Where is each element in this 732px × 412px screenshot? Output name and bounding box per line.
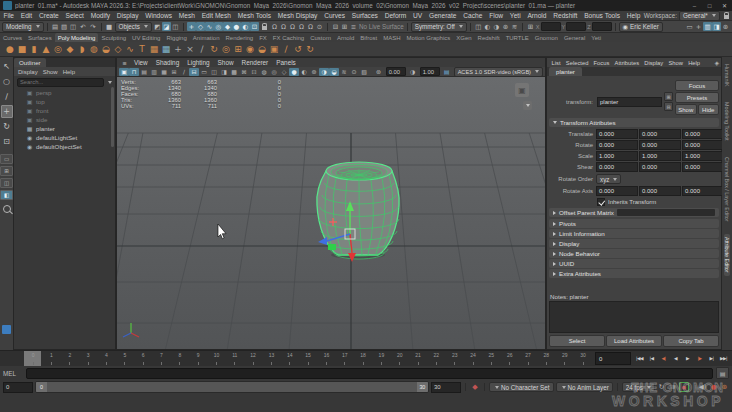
curve-tool-icon[interactable]: ∿ — [124, 44, 136, 54]
multi-cut-icon[interactable]: ↺ — [292, 44, 304, 54]
select-tool[interactable]: ↖ — [1, 60, 13, 73]
ae-menu-item[interactable]: Attributes — [612, 60, 642, 66]
frame-tick[interactable]: 17 — [336, 351, 354, 366]
menu-item[interactable]: Display — [113, 12, 141, 19]
step-back-frame-button[interactable]: |◀ — [646, 353, 657, 364]
frame-tick[interactable]: 27 — [519, 351, 537, 366]
redo-icon[interactable]: ↷ — [89, 22, 98, 31]
single-pane-layout[interactable]: ▭ — [0, 154, 13, 164]
frame-tick[interactable]: 14 — [281, 351, 299, 366]
exposure-icon[interactable]: ⊛ — [374, 68, 384, 76]
ae-node-tab[interactable]: planter — [549, 67, 582, 76]
frame-tick[interactable]: 20 — [391, 351, 409, 366]
menu-item[interactable]: Generate — [426, 12, 460, 19]
smooth-mesh-icon[interactable]: ◒ — [256, 44, 268, 54]
collapsed-section[interactable]: Limit Information — [549, 229, 719, 238]
snap-view-plane-icon[interactable]: Ω — [306, 22, 315, 31]
character-set-dropdown[interactable]: No Character Set — [489, 382, 554, 392]
isolate-select-icon[interactable]: ⊙ — [349, 68, 359, 76]
frame-tick[interactable]: 23 — [446, 351, 464, 366]
ipr-render-icon[interactable]: ◑ — [492, 22, 501, 31]
outliner-item[interactable]: ▣ front — [14, 106, 115, 115]
gamma-field[interactable]: 1.00 — [420, 67, 440, 76]
skeleton-icon[interactable]: ∕ — [196, 44, 208, 54]
shelf-tab[interactable]: Sculpting — [98, 33, 129, 42]
outliner-scrollbar[interactable] — [111, 87, 114, 147]
range-end-handle[interactable]: 30 — [417, 382, 428, 392]
menu-item[interactable]: Modify — [87, 12, 113, 19]
in-view-toggle-icon[interactable] — [523, 101, 532, 110]
ae-footer-button[interactable]: Load Attributes — [606, 335, 662, 347]
select-rendering-icon[interactable]: ◐ — [241, 22, 250, 31]
outliner-item[interactable]: ◉ defaultObjectSet — [14, 142, 115, 151]
joint-tool-icon[interactable]: + — [172, 44, 184, 54]
object-mode-icon[interactable]: ◪ — [162, 22, 171, 31]
outliner-item[interactable]: ▦ planter — [14, 124, 115, 133]
record-icon[interactable]: ● — [709, 383, 718, 392]
ik-handle-icon[interactable]: × — [184, 44, 196, 54]
frame-tick[interactable]: 6 — [134, 351, 152, 366]
pin-icon[interactable]: ◈ — [714, 59, 719, 66]
shelf-tab[interactable]: TURTLE — [503, 33, 532, 42]
frame-tick[interactable]: 3 — [79, 351, 97, 366]
lasso-select-tool[interactable]: ○ — [1, 75, 13, 88]
hierarchy-mode-icon[interactable]: ◩ — [153, 22, 162, 31]
outliner-item[interactable]: ▣ top — [14, 97, 115, 106]
outliner-search-input[interactable] — [17, 78, 104, 87]
zoom-icon[interactable] — [3, 205, 11, 213]
colorspace-dropdown[interactable]: ACES 1.0 SDR-video (sRGB) — [454, 67, 543, 77]
collapsed-section[interactable]: Node Behavior — [549, 249, 719, 258]
shelf-tab[interactable]: Custom — [307, 33, 334, 42]
mute-icon[interactable]: ◀) — [698, 383, 707, 392]
user-account-button[interactable]: ◉ Eric Keller — [619, 22, 663, 32]
sidebar-tab[interactable]: Attribute Editor — [724, 234, 730, 276]
image-plane-icon[interactable]: ▦ — [159, 68, 169, 76]
outliner-tab[interactable]: Outliner — [14, 58, 46, 67]
output-connection-icon[interactable]: ⊟ — [664, 102, 673, 111]
viewport-menu-item[interactable]: View — [130, 59, 152, 66]
input-box-icon[interactable]: ⊞ — [340, 22, 349, 31]
fps-dropdown[interactable]: 24 fps — [622, 382, 655, 392]
collapsed-section[interactable]: Display — [549, 239, 719, 248]
frame-tick[interactable]: 0 — [24, 351, 42, 366]
step-forward-key-button[interactable]: |▶ — [694, 353, 705, 364]
frame-tick[interactable]: 15 — [299, 351, 317, 366]
modeling-toolkit-icon[interactable] — [2, 325, 11, 334]
type-mesh-icon[interactable]: ▦ — [148, 44, 160, 54]
viewport-menu-item[interactable]: Lighting — [183, 59, 213, 66]
ae-menu-item[interactable]: Help — [686, 60, 703, 66]
frame-tick[interactable]: 12 — [244, 351, 262, 366]
frame-tick[interactable]: 1 — [42, 351, 60, 366]
presets-button[interactable]: Presets — [675, 92, 719, 103]
resolution-gate-icon[interactable]: ◫ — [209, 68, 219, 76]
frame-tick[interactable]: 29 — [556, 351, 574, 366]
menu-item[interactable]: Mesh Display — [274, 12, 320, 19]
snap-center-icon[interactable]: Ω — [297, 22, 306, 31]
poly-cube-icon[interactable]: ■ — [16, 44, 28, 54]
range-track[interactable] — [47, 382, 417, 392]
undo-icon[interactable]: ↶ — [79, 22, 88, 31]
go-to-end-button[interactable]: ▶▶| — [718, 353, 729, 364]
menu-item[interactable]: Help — [623, 12, 643, 19]
scale-tool[interactable]: ⊡ — [1, 135, 13, 148]
ae-menu-item[interactable]: Display — [642, 60, 666, 66]
input-operations-icon[interactable]: ⊟ — [331, 22, 340, 31]
node-name-field[interactable]: planter — [597, 97, 662, 107]
menu-item[interactable]: File — [0, 12, 17, 19]
motion-blur-icon[interactable]: ≋ — [339, 68, 349, 76]
current-frame-field[interactable]: 0 — [595, 352, 631, 365]
poly-sphere-icon[interactable]: ● — [4, 44, 16, 54]
outliner-item[interactable]: ▣ side — [14, 115, 115, 124]
menu-set-dropdown[interactable]: Modeling — [2, 22, 44, 32]
transform-input[interactable] — [541, 22, 561, 31]
offset-parent-matrix-section[interactable]: Offset Parent Matrix — [549, 208, 719, 217]
shelf-tab[interactable]: Gnomon — [532, 33, 561, 42]
viewport-menu-item[interactable]: Show — [214, 59, 238, 66]
select-camera-icon[interactable]: ▣ — [119, 68, 129, 76]
star-icon[interactable]: ◇ — [112, 44, 124, 54]
rotate-axis-z[interactable]: 0.000 — [682, 186, 724, 196]
animation-start-field[interactable]: 0 — [3, 382, 33, 393]
poly-plane-icon[interactable]: ◆ — [64, 44, 76, 54]
save-scene-icon[interactable]: ◫ — [69, 22, 78, 31]
lock-selection-icon[interactable] — [262, 26, 267, 30]
